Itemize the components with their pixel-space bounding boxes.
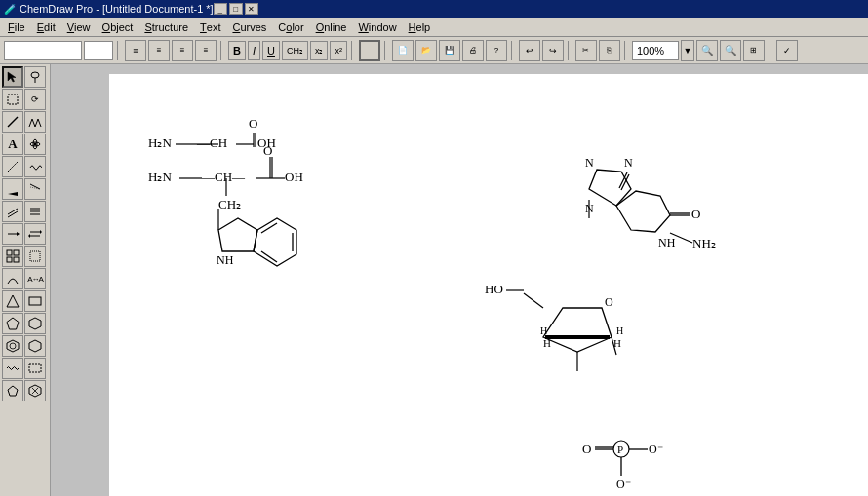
tool-row-7	[2, 201, 48, 222]
subscript-button[interactable]: CH₂	[282, 41, 308, 60]
grid-tool[interactable]	[2, 246, 23, 267]
svg-rect-28	[29, 297, 41, 305]
bold-button[interactable]: B	[228, 41, 246, 60]
select-tool[interactable]	[2, 66, 23, 88]
toolbar-sep-5	[511, 41, 515, 60]
lasso-tool[interactable]	[24, 66, 46, 88]
menu-color[interactable]: Color	[272, 18, 309, 36]
title-bar: 🧪 ChemDraw Pro - [Untitled Document-1 *]…	[0, 0, 868, 18]
toolbar-sep-6	[568, 41, 572, 60]
menu-edit[interactable]: Edit	[31, 18, 61, 36]
svg-marker-76	[543, 308, 612, 352]
svg-rect-22	[7, 250, 12, 255]
triple-bond-tool[interactable]	[24, 201, 46, 222]
zoom-in-button[interactable]: 🔍	[696, 40, 718, 61]
minimize-button[interactable]: _	[214, 3, 227, 15]
svg-point-6	[34, 143, 37, 146]
cut-button[interactable]: ✂	[575, 40, 597, 61]
menu-structure[interactable]: Structure	[138, 18, 194, 36]
check-button[interactable]: ✓	[776, 40, 798, 61]
svg-text:N: N	[624, 156, 633, 170]
wedge-bond-tool[interactable]	[2, 178, 23, 200]
curve-tool[interactable]	[2, 268, 23, 289]
zoom-fit-button[interactable]: ⊞	[743, 40, 765, 61]
menu-view[interactable]: View	[61, 18, 97, 36]
cyclohexane-tool[interactable]	[24, 335, 46, 357]
phosphate-group: P O O⁻ O⁻	[582, 441, 663, 491]
hatch-bond-tool[interactable]	[24, 178, 46, 200]
menu-help[interactable]: Help	[403, 18, 437, 36]
maximize-button[interactable]: □	[229, 3, 243, 15]
toolbar-sep-7	[624, 41, 628, 60]
font-name-dropdown[interactable]	[4, 41, 82, 60]
zoom-out-button[interactable]: 🔍	[720, 40, 741, 61]
save-button[interactable]: 💾	[439, 40, 460, 61]
resize-tool[interactable]: A↔A	[24, 268, 46, 289]
app-icon: 🧪	[4, 4, 16, 15]
toolbar-sep-3	[351, 41, 355, 60]
close-button[interactable]: ✕	[245, 3, 258, 15]
svg-marker-31	[7, 340, 19, 352]
new-button[interactable]: 📄	[392, 40, 414, 61]
color-button[interactable]	[359, 40, 380, 61]
wavy-bond-tool[interactable]	[2, 358, 23, 379]
tool-row-8	[2, 223, 48, 245]
hexagon-tool[interactable]	[24, 313, 46, 334]
atom-tool[interactable]	[24, 134, 46, 155]
undo-button[interactable]: ↩	[519, 40, 540, 61]
align-center-button[interactable]: ≡	[148, 40, 170, 61]
ch-label: —CH	[196, 135, 227, 150]
menu-bar: File Edit View Object Structure Text Cur…	[0, 18, 868, 37]
equilibrium-tool[interactable]	[24, 223, 46, 245]
svg-text:N: N	[585, 156, 594, 170]
open-button[interactable]: 📂	[415, 40, 437, 61]
tool-row-14	[2, 358, 48, 379]
menu-window[interactable]: Window	[352, 18, 402, 36]
superscript-button[interactable]: x²	[330, 41, 347, 60]
wavy-tool[interactable]	[24, 156, 46, 177]
align-left-button[interactable]: ≡	[125, 40, 146, 61]
underline-button[interactable]: U	[262, 41, 280, 60]
tool-row-9	[2, 246, 48, 267]
help-button[interactable]: ?	[486, 40, 507, 61]
svg-rect-26	[30, 251, 40, 261]
dotted-rect-tool[interactable]	[24, 246, 46, 267]
rect-tool[interactable]	[24, 290, 46, 312]
toolbar: ≡ ≡ ≡ ≡ B I U CH₂ x₂ x² 📄 📂 💾 🖨 ? ↩ ↪ ✂ …	[0, 37, 868, 64]
menu-online[interactable]: Online	[310, 18, 353, 36]
menu-object[interactable]: Object	[97, 18, 139, 36]
align-right-button[interactable]: ≡	[172, 40, 193, 61]
menu-text[interactable]: Text	[194, 18, 226, 36]
benzene-tool[interactable]	[2, 335, 23, 357]
subscript2-button[interactable]: x₂	[310, 41, 329, 60]
menu-file[interactable]: File	[2, 18, 31, 36]
double-bond-tool[interactable]	[2, 201, 23, 222]
drawing-canvas[interactable]: H₂N —CH O OH H₂N	[109, 74, 868, 496]
font-size-dropdown[interactable]	[84, 41, 113, 60]
marquee-tool[interactable]	[2, 89, 23, 110]
print-button[interactable]: 🖨	[462, 40, 484, 61]
generic-structure-tool[interactable]	[24, 358, 46, 379]
rotate-tool[interactable]: ⟳	[24, 89, 46, 110]
zoom-dropdown[interactable]: 100%	[632, 41, 679, 60]
bond-tool[interactable]	[2, 111, 23, 133]
cyclopentane-ring[interactable]	[2, 380, 23, 401]
svg-line-11	[8, 209, 18, 214]
menu-curves[interactable]: Curves	[226, 18, 272, 36]
svg-line-12	[8, 211, 18, 217]
zoom-dropdown-arrow[interactable]: ▼	[681, 40, 694, 61]
italic-button[interactable]: I	[248, 41, 260, 60]
triangle-tool[interactable]	[2, 290, 23, 312]
canvas-area[interactable]: H₂N —CH O OH H₂N	[51, 64, 868, 496]
svg-text:O: O	[605, 295, 613, 309]
arrow-tool[interactable]	[2, 223, 23, 245]
pentagon-tool[interactable]	[2, 313, 23, 334]
copy-button[interactable]: ⎘	[599, 40, 620, 61]
misc-tool[interactable]	[24, 380, 46, 401]
chain-tool[interactable]	[24, 111, 46, 133]
redo-button[interactable]: ↪	[542, 40, 564, 61]
text-tool[interactable]: A	[2, 134, 23, 155]
svg-text:NH₂: NH₂	[692, 236, 716, 250]
dashed-bond-tool[interactable]	[2, 156, 23, 177]
justify-button[interactable]: ≡	[195, 40, 217, 61]
